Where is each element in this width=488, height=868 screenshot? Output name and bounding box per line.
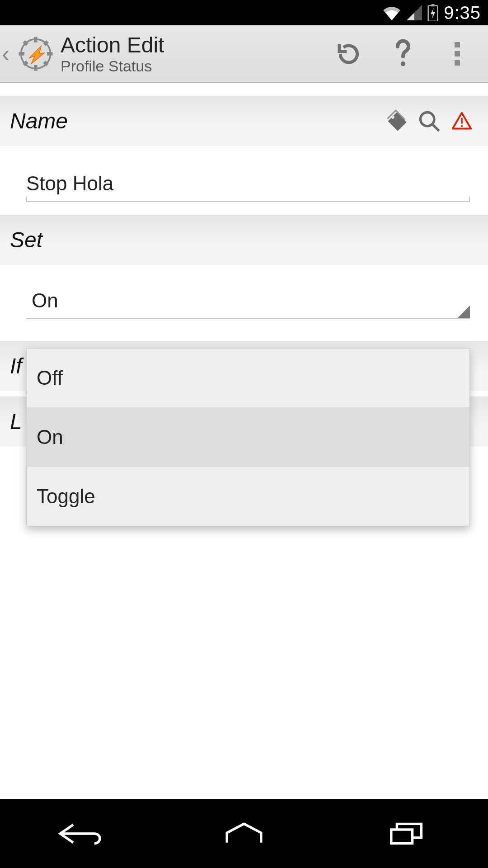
recent-apps-button[interactable] <box>371 816 443 852</box>
set-selected-value: On <box>32 289 58 311</box>
navigation-bar <box>0 799 488 868</box>
dropdown-item-toggle[interactable]: Toggle <box>27 467 469 526</box>
status-bar: 9:35 <box>0 0 488 25</box>
svg-rect-4 <box>34 65 38 71</box>
svg-rect-20 <box>391 830 413 844</box>
action-bar: ‹ Action Edit Profile Status <box>0 25 488 83</box>
action-bar-titles: Action Edit Profile Status <box>61 33 164 75</box>
svg-rect-5 <box>19 52 25 56</box>
svg-rect-1 <box>432 4 435 6</box>
dropdown-triangle-icon <box>457 306 470 318</box>
svg-point-16 <box>421 112 434 126</box>
name-input[interactable] <box>26 164 470 202</box>
dropdown-item-off[interactable]: Off <box>27 349 469 408</box>
back-button[interactable] <box>45 816 117 852</box>
dropdown-item-on[interactable]: On <box>27 408 469 467</box>
set-section-header: Set <box>0 215 488 265</box>
name-label: Name <box>10 108 68 133</box>
svg-rect-14 <box>455 60 460 66</box>
clock-text: 9:35 <box>444 3 481 23</box>
signal-icon <box>407 5 422 20</box>
set-spinner[interactable]: On <box>26 283 470 319</box>
set-label: Set <box>10 227 42 252</box>
set-spinner-wrap: On <box>0 265 488 319</box>
name-section-header: Name <box>0 96 488 146</box>
partial-label: L <box>10 409 22 434</box>
svg-rect-6 <box>47 52 53 56</box>
wifi-icon <box>382 5 401 20</box>
page-subtitle: Profile Status <box>61 57 164 75</box>
warning-icon[interactable] <box>446 111 478 131</box>
refresh-button[interactable] <box>322 31 376 76</box>
svg-rect-3 <box>34 37 38 43</box>
battery-icon <box>427 4 438 21</box>
svg-rect-13 <box>455 51 460 57</box>
svg-point-15 <box>391 115 394 118</box>
set-dropdown-popup: Off On Toggle <box>26 348 470 526</box>
search-icon[interactable] <box>413 109 446 133</box>
page-title: Action Edit <box>61 33 164 57</box>
overflow-menu-button[interactable] <box>430 31 484 76</box>
back-chevron-icon[interactable]: ‹ <box>0 40 14 67</box>
home-button[interactable] <box>208 816 280 852</box>
tag-icon[interactable] <box>380 109 413 133</box>
help-button[interactable] <box>376 31 430 76</box>
if-label: If <box>10 354 22 378</box>
app-icon[interactable] <box>15 33 56 74</box>
svg-line-17 <box>432 124 439 131</box>
svg-rect-19 <box>461 125 463 127</box>
svg-point-11 <box>401 61 405 66</box>
name-field-wrap <box>0 146 488 202</box>
app-area: ‹ Action Edit Profile Status <box>0 25 488 799</box>
svg-rect-18 <box>461 118 463 123</box>
svg-rect-12 <box>455 42 460 47</box>
